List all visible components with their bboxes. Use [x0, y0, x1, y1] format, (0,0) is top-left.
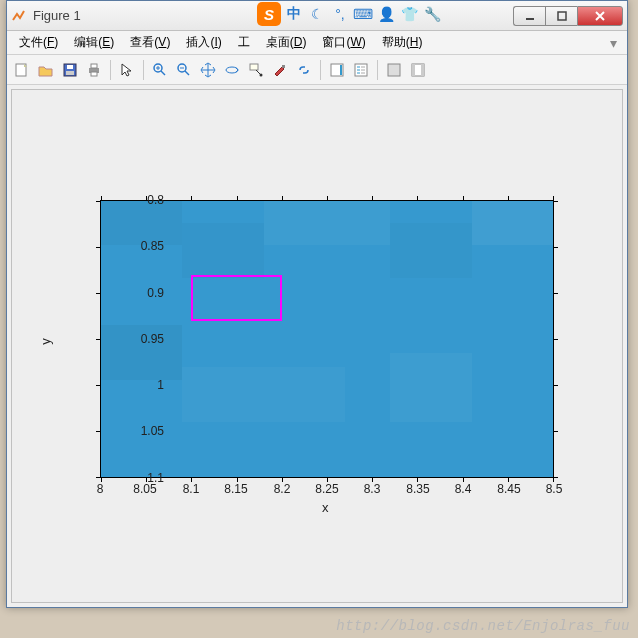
menu-desktop[interactable]: 桌面(D): [258, 31, 315, 54]
matlab-icon: [11, 8, 27, 24]
y-tick-label: 1: [124, 378, 164, 392]
svg-point-13: [260, 73, 263, 76]
show-plot-tools-button[interactable]: [407, 59, 429, 81]
sogou-badge-icon[interactable]: S: [257, 2, 281, 26]
pan-button[interactable]: [197, 59, 219, 81]
save-button[interactable]: [59, 59, 81, 81]
person-icon[interactable]: 👤: [376, 4, 396, 24]
figure-canvas[interactable]: 0.8 0.85 0.9 0.95 1 1.05 1.1 8 8.05 8.1 …: [11, 89, 623, 603]
moon-icon[interactable]: ☾: [307, 4, 327, 24]
insert-legend-button[interactable]: [350, 59, 372, 81]
maximize-button[interactable]: [545, 6, 577, 26]
svg-rect-14: [282, 65, 285, 68]
toolbar: [7, 55, 627, 85]
menu-help[interactable]: 帮助(H): [374, 31, 431, 54]
y-tick-label: 1.05: [124, 424, 164, 438]
minimize-button[interactable]: [513, 6, 545, 26]
svg-rect-21: [421, 64, 424, 76]
x-tick-label: 8.45: [494, 482, 524, 496]
x-tick-label: 8.3: [357, 482, 387, 496]
y-tick-label: 0.9: [124, 286, 164, 300]
window-buttons: [513, 6, 623, 26]
open-button[interactable]: [35, 59, 57, 81]
hide-plot-tools-button[interactable]: [383, 59, 405, 81]
x-tick-label: 8.35: [403, 482, 433, 496]
print-button[interactable]: [83, 59, 105, 81]
x-tick-label: 8.2: [267, 482, 297, 496]
svg-rect-1: [558, 12, 566, 20]
highlight-rect: [191, 275, 281, 321]
zoom-in-button[interactable]: [149, 59, 171, 81]
x-tick-label: 8.15: [221, 482, 251, 496]
y-axis-label: y: [38, 338, 53, 345]
menu-tools[interactable]: 工: [230, 31, 258, 54]
separator: [377, 60, 378, 80]
insert-colorbar-button[interactable]: [326, 59, 348, 81]
svg-rect-8: [91, 72, 97, 76]
shirt-icon[interactable]: 👕: [399, 4, 419, 24]
separator: [110, 60, 111, 80]
x-axis-label: x: [322, 500, 329, 515]
menubar: 文件(F) 编辑(E) 查看(V) 插入(I) 工 桌面(D) 窗口(W) 帮助…: [7, 31, 627, 55]
x-tick-label: 8.25: [312, 482, 342, 496]
watermark-text: http://blog.csdn.net/Enjolras_fuu: [336, 618, 630, 634]
brush-button[interactable]: [269, 59, 291, 81]
wrench-icon[interactable]: 🔧: [422, 4, 442, 24]
y-tick-label: 0.8: [124, 193, 164, 207]
svg-rect-20: [412, 64, 415, 76]
zoom-out-button[interactable]: [173, 59, 195, 81]
figure-window: Figure 1 S 中 ☾ °, ⌨ 👤 👕 🔧 文件(F) 编辑(E) 查看…: [6, 0, 628, 608]
new-figure-button[interactable]: [11, 59, 33, 81]
menu-view[interactable]: 查看(V): [122, 31, 178, 54]
link-data-button[interactable]: [293, 59, 315, 81]
svg-rect-4: [67, 65, 73, 69]
separator: [320, 60, 321, 80]
ime-float-toolbar[interactable]: S 中 ☾ °, ⌨ 👤 👕 🔧: [253, 1, 446, 27]
menu-edit[interactable]: 编辑(E): [66, 31, 122, 54]
close-button[interactable]: [577, 6, 623, 26]
svg-rect-18: [388, 64, 400, 76]
pointer-button[interactable]: [116, 59, 138, 81]
menu-insert[interactable]: 插入(I): [178, 31, 229, 54]
svg-rect-16: [340, 65, 342, 75]
separator: [143, 60, 144, 80]
x-tick-label: 8.4: [448, 482, 478, 496]
data-cursor-button[interactable]: [245, 59, 267, 81]
x-tick-label: 8.5: [539, 482, 569, 496]
menu-overflow-icon[interactable]: ▾: [610, 35, 623, 51]
x-tick-label: 8.05: [130, 482, 160, 496]
punct-icon[interactable]: °,: [330, 4, 350, 24]
svg-rect-0: [526, 18, 534, 20]
svg-rect-5: [66, 71, 74, 75]
menu-window[interactable]: 窗口(W): [314, 31, 373, 54]
rotate-3d-button[interactable]: [221, 59, 243, 81]
svg-rect-7: [91, 64, 97, 68]
keyboard-icon[interactable]: ⌨: [353, 4, 373, 24]
svg-rect-12: [250, 64, 258, 70]
y-tick-label: 0.95: [124, 332, 164, 346]
heatmap-plot: [100, 200, 554, 478]
x-tick-label: 8: [85, 482, 115, 496]
y-tick-label: 0.85: [124, 239, 164, 253]
ime-lang-icon[interactable]: 中: [284, 4, 304, 24]
x-tick-label: 8.1: [176, 482, 206, 496]
menu-file[interactable]: 文件(F): [11, 31, 66, 54]
